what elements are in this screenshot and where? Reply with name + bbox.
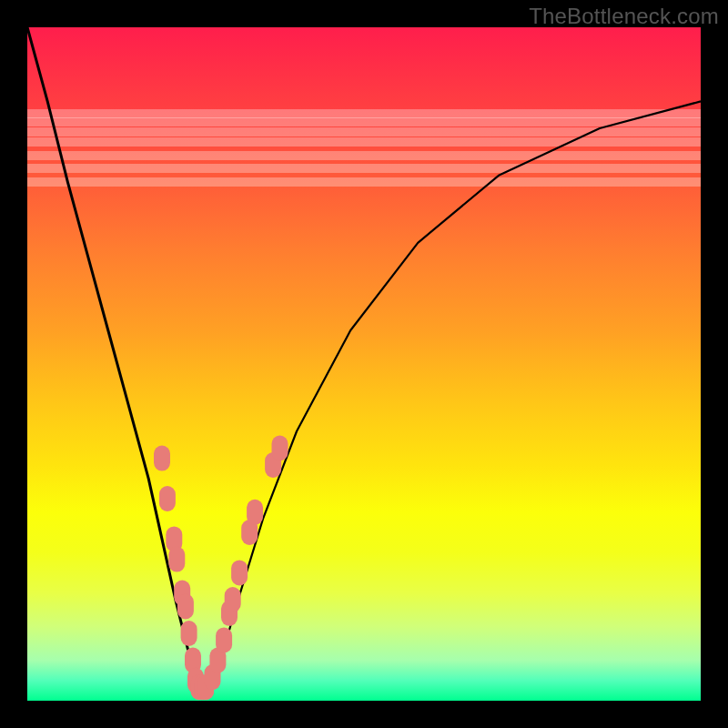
plot-area	[27, 27, 701, 701]
data-point	[168, 547, 185, 572]
data-point	[225, 587, 241, 612]
chart-frame: TheBottleneck.com	[0, 0, 728, 728]
watermark-text: TheBottleneck.com	[529, 4, 719, 29]
curve-svg	[27, 27, 701, 701]
data-point	[247, 500, 263, 525]
data-point	[181, 621, 197, 646]
bottleneck-curve-right	[199, 101, 701, 687]
data-point	[177, 593, 194, 619]
data-point	[216, 627, 232, 652]
data-point	[154, 446, 170, 471]
data-points-group	[154, 436, 288, 701]
data-point	[231, 560, 248, 585]
data-point	[159, 486, 176, 511]
data-point	[272, 436, 288, 461]
